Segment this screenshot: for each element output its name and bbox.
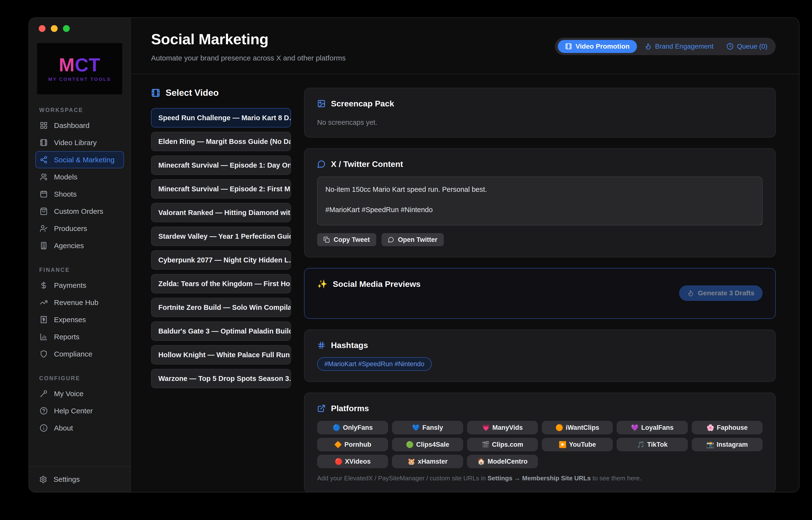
- hashtag-chip[interactable]: #MarioKart #SpeedRun #Nintendo: [317, 357, 432, 371]
- info-icon: [40, 424, 48, 432]
- open-twitter-label: Open Twitter: [398, 236, 438, 243]
- xhamster-icon: 🐹: [408, 458, 415, 465]
- video-list-item[interactable]: Minecraft Survival — Episode 2: First M…: [151, 179, 291, 199]
- screencap-pack-panel: Screencap Pack No screencaps yet.: [304, 88, 776, 138]
- video-list-item[interactable]: Elden Ring — Margit Boss Guide (No Da…: [151, 132, 291, 151]
- shield-icon: [40, 350, 48, 358]
- sidebar-item-shoots[interactable]: Shoots: [35, 185, 124, 203]
- platform-button-modelcentro[interactable]: 🏠ModelCentro: [467, 455, 538, 468]
- sidebar-item-social-marketing[interactable]: Social & Marketing: [35, 151, 124, 168]
- video-list: Speed Run Challenge — Mario Kart 8 D… El…: [151, 108, 291, 388]
- sidebar-item-agencies[interactable]: Agencies: [35, 237, 124, 254]
- video-list-item[interactable]: Cyberpunk 2077 — Night City Hidden L…: [151, 250, 291, 270]
- tab-video-promotion[interactable]: Video Promotion: [558, 40, 637, 53]
- video-list-item[interactable]: Minecraft Survival — Episode 1: Day One: [151, 156, 291, 175]
- sidebar-item-producers[interactable]: Producers: [35, 220, 124, 237]
- platform-button-instagram[interactable]: 📸Instagram: [692, 438, 763, 451]
- sidebar-item-settings[interactable]: Settings: [35, 467, 124, 492]
- onlyfans-icon: 🔵: [333, 424, 340, 432]
- platform-button-iwantclips[interactable]: 🟠iWantClips: [542, 421, 613, 434]
- video-list-item[interactable]: Hollow Knight — White Palace Full Run: [151, 345, 291, 364]
- xvideos-icon: 🔴: [335, 458, 342, 465]
- sidebar-item-compliance[interactable]: Compliance: [35, 345, 124, 363]
- flame-icon: [645, 43, 652, 50]
- platforms-footer-note: Add your ElevatedX / PaySiteManager / cu…: [317, 474, 763, 482]
- platform-label: ModelCentro: [488, 458, 527, 465]
- film-icon: [151, 88, 160, 98]
- sidebar-item-custom-orders[interactable]: Custom Orders: [35, 203, 124, 220]
- mode-tab-group: Video Promotion Brand Engagement Queue (…: [555, 38, 776, 55]
- video-list-item[interactable]: Speed Run Challenge — Mario Kart 8 D…: [151, 108, 291, 127]
- logo-wordmark: MCT: [59, 55, 100, 74]
- platform-label: Clips.com: [492, 441, 523, 448]
- help-circle-icon: [40, 407, 48, 415]
- sidebar-item-video-library[interactable]: Video Library: [35, 134, 124, 151]
- loyalfans-icon: 💜: [631, 424, 639, 432]
- sidebar-item-label: Models: [54, 173, 77, 181]
- generate-drafts-button[interactable]: Generate 3 Drafts: [679, 285, 763, 301]
- video-list-item[interactable]: Zelda: Tears of the Kingdom — First Hour: [151, 274, 291, 293]
- sidebar-item-revenue-hub[interactable]: Revenue Hub: [35, 294, 124, 311]
- sidebar-item-label: Custom Orders: [54, 207, 103, 215]
- tab-brand-engagement[interactable]: Brand Engagement: [639, 40, 719, 53]
- platform-button-onlyfans[interactable]: 🔵OnlyFans: [317, 421, 388, 434]
- close-window-button[interactable]: [39, 25, 46, 32]
- sidebar-item-about[interactable]: About: [35, 419, 124, 437]
- platform-button-clips4sale[interactable]: 🟢Clips4Sale: [392, 438, 463, 451]
- open-twitter-button[interactable]: Open Twitter: [382, 233, 444, 246]
- sidebar-item-models[interactable]: Models: [35, 168, 124, 185]
- platform-button-youtube[interactable]: ▶️YouTube: [542, 438, 613, 451]
- platform-button-fansly[interactable]: 💙Fansly: [392, 421, 463, 434]
- dollar-icon: [40, 281, 48, 289]
- video-list-item[interactable]: Fortnite Zero Build — Solo Win Compila…: [151, 298, 291, 317]
- hashtags-title: Hashtags: [331, 341, 368, 350]
- content: Select Video Speed Run Challenge — Mario…: [131, 74, 799, 492]
- screencap-pack-title: Screencap Pack: [331, 99, 394, 108]
- hash-icon: [317, 341, 326, 349]
- platform-label: LoyalFans: [641, 424, 673, 432]
- video-list-item[interactable]: Valorant Ranked — Hitting Diamond wit…: [151, 203, 291, 222]
- platform-button-loyalfans[interactable]: 💜LoyalFans: [617, 421, 688, 434]
- modelcentro-icon: 🏠: [477, 458, 485, 465]
- platform-label: iWantClips: [566, 424, 599, 432]
- platform-label: TikTok: [647, 441, 668, 448]
- window-controls: [35, 24, 124, 32]
- sidebar-item-label: Video Library: [54, 138, 97, 147]
- platform-button-clipscom[interactable]: 🎬Clips.com: [467, 438, 538, 451]
- sidebar-item-label: Revenue Hub: [54, 298, 98, 307]
- platform-button-xhamster[interactable]: 🐹xHamster: [392, 455, 463, 468]
- platform-label: Instagram: [717, 441, 748, 448]
- sidebar-item-label: Producers: [54, 225, 87, 233]
- minimize-window-button[interactable]: [51, 25, 58, 32]
- sidebar-item-dashboard[interactable]: Dashboard: [35, 117, 124, 134]
- microphone-icon: [40, 390, 48, 398]
- sidebar-item-payments[interactable]: Payments: [35, 277, 124, 294]
- platform-button-tiktok[interactable]: 🎵TikTok: [617, 438, 688, 451]
- image-icon: [317, 99, 326, 108]
- sidebar-item-help-center[interactable]: Help Center: [35, 402, 124, 419]
- sidebar-item-expenses[interactable]: Expenses: [35, 311, 124, 328]
- tab-queue[interactable]: Queue (0): [721, 40, 773, 53]
- copy-tweet-button[interactable]: Copy Tweet: [317, 233, 376, 246]
- sidebar-item-reports[interactable]: Reports: [35, 328, 124, 345]
- platform-button-pornhub[interactable]: 🔶Pornhub: [317, 438, 388, 451]
- video-list-item[interactable]: Warzone — Top 5 Drop Spots Season 3…: [151, 369, 291, 388]
- platform-button-faphouse[interactable]: 🌸Faphouse: [692, 421, 763, 434]
- sidebar-item-label: Agencies: [54, 242, 84, 250]
- video-list-item[interactable]: Baldur's Gate 3 — Optimal Paladin Build: [151, 321, 291, 341]
- sidebar-item-label: Help Center: [54, 407, 93, 415]
- tweet-textarea[interactable]: No-item 150cc Mario Kart speed run. Pers…: [317, 177, 763, 226]
- platform-button-xvideos[interactable]: 🔴XVideos: [317, 455, 388, 468]
- logo-subtitle: MY CONTENT TOOLS: [48, 77, 111, 82]
- tab-label: Video Promotion: [575, 43, 630, 50]
- video-list-item[interactable]: Stardew Valley — Year 1 Perfection Guide: [151, 227, 291, 246]
- app-window: MCT MY CONTENT TOOLS WORKSPACE Dashboard…: [29, 18, 799, 492]
- tab-label: Brand Engagement: [655, 43, 713, 50]
- platform-button-manyvids[interactable]: 💗ManyVids: [467, 421, 538, 434]
- message-bubble-icon: [317, 160, 326, 168]
- sidebar-item-my-voice[interactable]: My Voice: [35, 385, 124, 402]
- zoom-window-button[interactable]: [63, 25, 70, 32]
- select-video-title: Select Video: [166, 88, 219, 98]
- sidebar-item-label: Social & Marketing: [54, 156, 115, 164]
- faphouse-icon: 🌸: [707, 424, 714, 432]
